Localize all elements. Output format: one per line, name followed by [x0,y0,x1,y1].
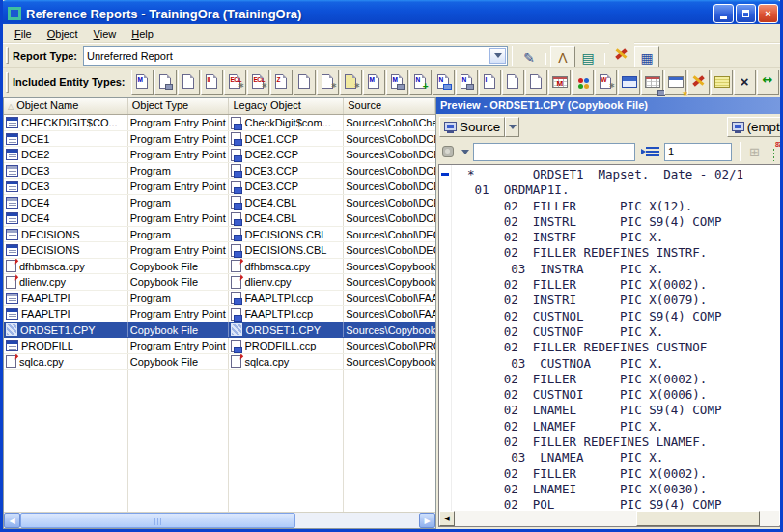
close-icon: × [765,8,770,19]
entity-doc-button[interactable] [178,70,200,95]
entity-mapset-icon: M [136,74,148,89]
scrollbar-track[interactable] [455,511,779,526]
entity-table-save-button[interactable] [641,70,663,95]
table-row[interactable]: dfhbmsca.cpyCopybook Filedfhbmsca.cpySou… [4,259,435,275]
source-view-dropdown[interactable] [505,117,519,137]
copybook-icon [231,260,241,272]
table-row[interactable]: DCE1Program Entry PointDCE1.CCPSources\C… [4,131,435,148]
column-header-legacy-object[interactable]: Legacy Object [229,98,344,114]
menu-item-iew[interactable]: View [87,26,124,42]
report-options-button[interactable]: ✎ [517,46,542,70]
source-view-button[interactable]: Source [439,117,505,137]
table-row[interactable]: DCE2Program Entry PointDCE2.CCPSources\C… [4,147,435,163]
table-row[interactable]: sqlca.cpyCopybook Filesqlca.cpySources\C… [4,354,435,371]
table-row[interactable]: DCE4Program Entry PointDCE4.CBLSources\C… [4,210,435,227]
entity-w-gear-button[interactable]: W* [595,70,617,95]
entity-n-add-button[interactable]: N+ [409,70,432,95]
scroll-right-icon[interactable]: ▶ [419,513,435,528]
entity-table-m-button[interactable]: M [548,70,571,95]
column-8-marker [773,149,774,161]
menu-item-bject[interactable]: Object [41,26,85,42]
entity-doc-icon [182,74,194,89]
scrollbar-thumb[interactable] [20,513,295,528]
entity-list-window-button[interactable] [711,70,733,95]
entity-x-button[interactable]: × [734,70,756,95]
entity-map2-button[interactable]: M [363,70,385,95]
toolbar-grip[interactable] [6,72,9,93]
table-row[interactable]: DCE3Program Entry PointDCE3.CCPSources\C… [4,179,435,195]
code-line: 03 LNAMEA PIC X. [453,450,783,465]
cell-object-name: DCE3 [4,179,128,194]
entity-n-grid-button[interactable]: N [433,70,455,95]
search-dropdown[interactable] [459,141,471,162]
table-row[interactable]: DECISIONSProgramDECISIONS.CBLSources\Cob… [4,227,435,243]
table-row[interactable]: PRODFILLProgram Entry PointPRODFILL.ccpS… [4,338,435,354]
estimate-tools-button[interactable]: Λ [550,46,575,70]
entity-mapset-button[interactable]: M [131,70,154,95]
entity-doc-save-button[interactable] [154,70,177,95]
minimize-button[interactable] [713,4,734,23]
entity-doc4-button[interactable] [525,70,547,95]
compare-view-button[interactable]: (empty) [727,117,783,137]
cell-source: Sources\Cobol\DEC [344,242,435,258]
code-text[interactable]: * ORDSET1 Mapset. Date - 02/1 01 ORDMAP1… [453,165,783,511]
table-row[interactable]: dlienv.cpyCopybook Filedlienv.cpySources… [4,274,435,291]
table-horizontal-scrollbar[interactable]: ◀ ▶ [4,512,435,528]
table-row[interactable]: FAAPLTPIProgramFAAPLTPI.ccpSources\Cobol… [4,291,435,307]
menu-item-ile[interactable]: File [8,26,39,42]
entity-include-icon: I [484,74,495,89]
table-row[interactable]: DECISIONSProgram Entry PointDECISIONS.CB… [4,242,435,259]
entity-doc3-button[interactable] [502,70,524,95]
scroll-right-icon[interactable]: ▶ [779,511,783,526]
entity-tools-button[interactable] [687,70,710,95]
entity-table-sync-button[interactable] [618,70,640,95]
entity-window-wand-button[interactable]: ★ [664,70,686,95]
goto-line-button[interactable] [643,141,662,162]
object-name-text: PRODFILL [21,340,73,351]
entity-arrows-button[interactable]: ↔ [757,70,779,95]
scrollbar-thumb[interactable] [636,511,760,526]
scroll-left-icon[interactable]: ◀ [4,513,20,528]
table-row[interactable]: FAAPLTPIProgram Entry PointFAAPLTPI.ccpS… [4,306,435,322]
entity-asm-gear-button[interactable]: * [340,70,362,95]
search-button[interactable] [439,141,457,162]
expand-button[interactable]: ⊞ [746,141,763,162]
column-header-source[interactable]: Source [344,98,435,114]
close-button[interactable]: × [758,4,778,23]
column-header-object-type[interactable]: Object Type [128,98,230,114]
source-code-view[interactable]: * ORDSET1 Mapset. Date - 02/1 01 ORDMAP1… [438,164,783,527]
code-line: 02 LNAMEL PIC S9(4) COMP [453,403,783,418]
entity-map-save-button[interactable]: M [386,70,408,95]
entity-propeller-button[interactable] [572,70,594,95]
cell-object-type: Copybook File [128,354,230,370]
repair-tools-button[interactable] [609,42,634,66]
combo-dropdown-button[interactable] [489,48,506,64]
notebook-button[interactable]: ▤ [575,46,601,70]
options-window-button[interactable]: ▦ [634,46,659,70]
menu-item-elp[interactable]: Help [125,26,160,42]
icon-glyph: II [208,76,210,83]
title-bar[interactable]: Reference Reports - TrainingOra (Trainin… [0,0,783,27]
entity-z-doc-button[interactable]: Z [270,70,293,95]
entity-doc2-button[interactable] [294,70,316,95]
column-header-object-name[interactable]: △Object Name [4,98,128,114]
table-row[interactable]: CHECKDIGIT$CO...Program Entry PointCheck… [4,115,435,131]
toolbar-grip[interactable] [6,47,9,63]
entity-doc-gear-button[interactable]: * [317,70,339,95]
entity-n-save-button[interactable]: N [456,70,478,95]
scrollbar-track[interactable] [20,513,419,528]
table-row[interactable]: DCE3ProgramDCE3.CCPSources\Cobol\DCE [4,163,435,180]
scroll-left-icon[interactable]: ◀ [439,511,455,526]
maximize-button[interactable] [736,4,756,23]
goto-line-input[interactable] [664,143,732,161]
report-type-combobox[interactable]: Unreferred Report [83,46,508,66]
entity-include-button[interactable]: I [479,70,501,95]
table-row[interactable]: DCE4ProgramDCE4.CBLSources\Cobol\DCE [4,195,435,211]
search-input[interactable] [473,143,635,161]
code-horizontal-scrollbar[interactable]: ◀ ▶ [439,511,783,526]
code-line: 02 CUSTNOF PIC X. [453,324,783,340]
table-row[interactable]: ORDSET1.CPYCopybook FileORDSET1.CPYSourc… [4,322,435,339]
entity-ecl-proc-button[interactable]: ECL* [247,70,269,95]
entity-ecl-job-button[interactable]: ECL* [224,70,246,95]
entity-cics-button[interactable]: II [201,70,223,95]
